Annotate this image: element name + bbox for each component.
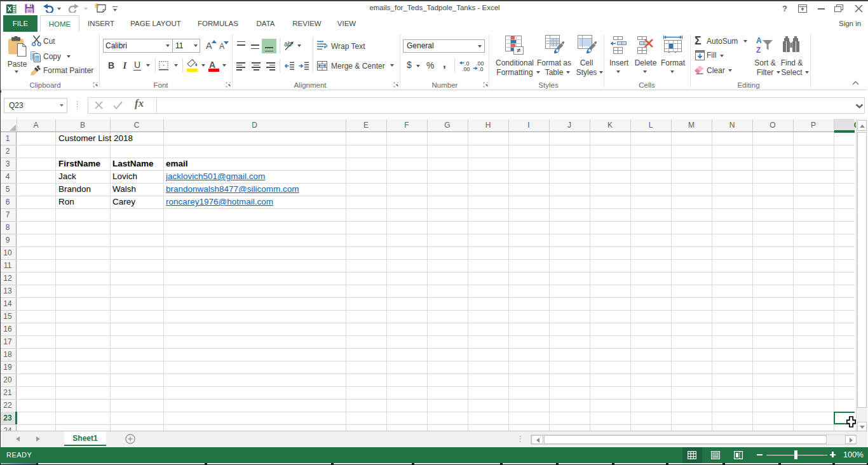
svg-text:≠: ≠ xyxy=(517,46,520,54)
svg-text:A: A xyxy=(756,36,762,45)
svg-text:?: ? xyxy=(782,4,787,13)
svg-text:.0: .0 xyxy=(478,66,484,72)
svg-text:.00: .00 xyxy=(462,66,470,72)
svg-text:ab: ab xyxy=(284,40,292,48)
svg-text:Z: Z xyxy=(756,46,761,54)
